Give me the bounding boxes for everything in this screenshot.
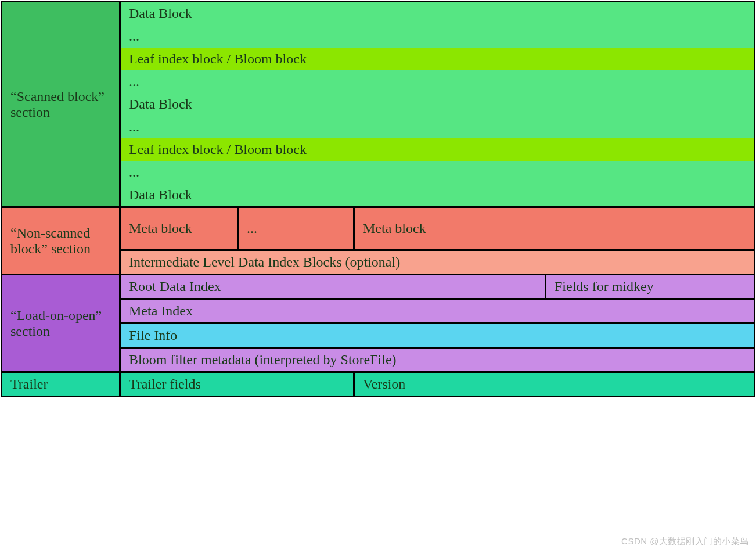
load-on-open-label: “Load-on-open” section (2, 275, 121, 371)
fields-for-midkey-cell: Fields for midkey (545, 275, 754, 298)
intermediate-index-row: Intermediate Level Data Index Blocks (op… (121, 249, 754, 274)
ellipsis-row: ... (121, 25, 754, 48)
meta-ellipsis-cell: ... (237, 208, 353, 249)
non-scanned-block-label: “Non-scanned block” section (2, 208, 121, 274)
scanned-block-body: Data Block ... Leaf index block / Bloom … (121, 2, 754, 206)
file-info-row: File Info (121, 322, 754, 347)
trailer-version-cell: Version (353, 373, 754, 396)
root-data-index-cell: Root Data Index (121, 275, 545, 298)
hfile-structure-diagram: “Scanned block” section Data Block ... L… (1, 1, 755, 397)
leaf-index-bloom-row: Leaf index block / Bloom block (121, 48, 754, 70)
data-block-row: Data Block (121, 2, 754, 25)
load-on-open-body: Root Data Index Fields for midkey Meta I… (121, 275, 754, 371)
non-scanned-block-section: “Non-scanned block” section Meta block .… (2, 206, 754, 274)
data-block-row: Data Block (121, 184, 754, 206)
ellipsis-row: ... (121, 161, 754, 184)
meta-index-row: Meta Index (121, 298, 754, 322)
trailer-body: Trailer fields Version (121, 373, 754, 396)
trailer-section: Trailer Trailer fields Version (2, 371, 754, 396)
meta-block-cell: Meta block (121, 208, 237, 249)
leaf-index-bloom-row: Leaf index block / Bloom block (121, 138, 754, 161)
non-scanned-block-body: Meta block ... Meta block Intermediate L… (121, 208, 754, 274)
scanned-block-section: “Scanned block” section Data Block ... L… (2, 2, 754, 206)
ellipsis-row: ... (121, 70, 754, 93)
bloom-filter-metadata-row: Bloom filter metadata (interpreted by St… (121, 347, 754, 371)
trailer-fields-cell: Trailer fields (121, 373, 353, 396)
data-block-row: Data Block (121, 93, 754, 116)
trailer-label: Trailer (2, 373, 121, 396)
scanned-block-label: “Scanned block” section (2, 2, 121, 206)
ellipsis-row: ... (121, 116, 754, 138)
load-on-open-section: “Load-on-open” section Root Data Index F… (2, 274, 754, 371)
meta-block-cell: Meta block (353, 208, 754, 249)
